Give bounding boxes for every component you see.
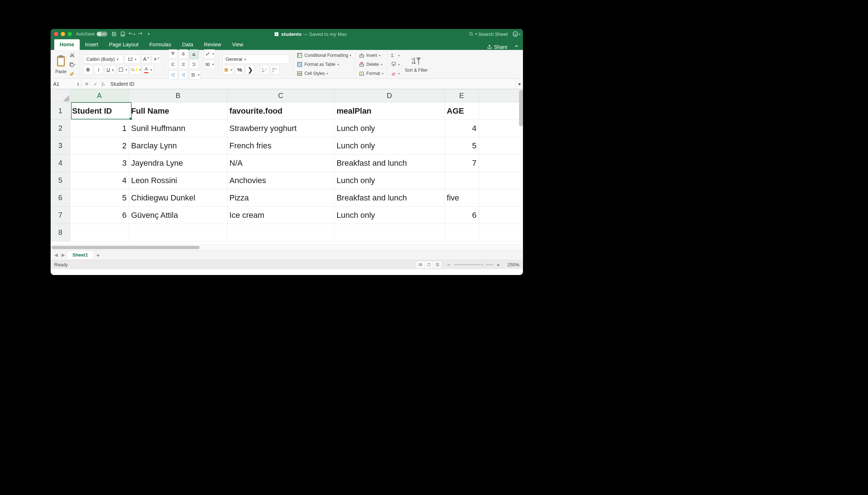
- undo-button[interactable]: ▾: [128, 31, 135, 37]
- cell-C4[interactable]: N/A: [227, 154, 334, 172]
- row-head-6[interactable]: 6: [51, 189, 70, 206]
- col-head-C[interactable]: C: [227, 89, 334, 102]
- merge-cells-button[interactable]: [204, 60, 215, 69]
- accept-formula-button[interactable]: ✓: [93, 81, 98, 87]
- percent-format-button[interactable]: %: [235, 65, 244, 74]
- share-button[interactable]: Share: [485, 44, 510, 50]
- ribbon-tab-review[interactable]: Review: [199, 39, 227, 50]
- view-page-layout-button[interactable]: [425, 261, 433, 268]
- font-name-combo[interactable]: Calibri (Body): [84, 55, 123, 64]
- paste-button[interactable]: Paste: [55, 55, 67, 74]
- format-painter-button[interactable]: [68, 70, 76, 78]
- cell-E6[interactable]: five: [444, 189, 479, 206]
- cell-E1[interactable]: AGE: [444, 102, 479, 119]
- cell-D4[interactable]: Breakfast and lunch: [334, 154, 444, 172]
- increase-indent-button[interactable]: [179, 70, 188, 79]
- feedback-button[interactable]: ▾: [513, 31, 520, 37]
- align-left-button[interactable]: [169, 60, 178, 69]
- align-top-button[interactable]: [169, 49, 178, 58]
- cell-D2[interactable]: Lunch only: [334, 119, 444, 137]
- decrease-decimal-button[interactable]: .00.0: [271, 65, 280, 74]
- font-color-button[interactable]: A: [142, 65, 154, 74]
- row-head-4[interactable]: 4: [51, 154, 70, 172]
- cell-E8[interactable]: [444, 224, 479, 241]
- col-head-A[interactable]: A: [70, 89, 129, 102]
- ribbon-tab-view[interactable]: View: [227, 39, 249, 50]
- col-head-E[interactable]: E: [444, 89, 479, 102]
- zoom-slider[interactable]: [454, 264, 493, 265]
- font-size-combo[interactable]: 12: [125, 55, 140, 64]
- cell-B3[interactable]: Barclay Lynn: [129, 137, 227, 154]
- insert-cells-button[interactable]: Insert ▾: [359, 51, 383, 59]
- cell-C2[interactable]: Strawberry yoghurt: [227, 119, 334, 137]
- align-center-button[interactable]: [179, 60, 188, 69]
- cell-B2[interactable]: Sunil Huffmann: [129, 119, 227, 137]
- fill-button[interactable]: ▾: [391, 60, 400, 68]
- cell-D8[interactable]: [334, 224, 444, 241]
- grow-font-button[interactable]: A▴: [141, 55, 150, 64]
- cell-D1[interactable]: mealPlan: [334, 102, 444, 119]
- horizontal-scroll-thumb[interactable]: [51, 246, 200, 249]
- cell-E3[interactable]: 5: [444, 137, 479, 154]
- cell-E5[interactable]: [444, 172, 479, 189]
- borders-button[interactable]: [117, 65, 128, 74]
- align-right-button[interactable]: [190, 60, 199, 69]
- view-page-break-button[interactable]: [433, 261, 442, 268]
- cell-D7[interactable]: Lunch only: [334, 206, 444, 224]
- vertical-scrollbar[interactable]: [519, 90, 523, 126]
- cell-A5[interactable]: 4: [70, 172, 129, 189]
- clear-button[interactable]: ▾: [391, 69, 400, 77]
- fill-color-button[interactable]: [130, 65, 141, 74]
- name-box[interactable]: A1 ▲▼: [51, 79, 81, 89]
- cell-E4[interactable]: 7: [444, 154, 479, 172]
- cell-A6[interactable]: 5: [70, 189, 129, 206]
- cell-blank-4[interactable]: [479, 154, 523, 172]
- ribbon-tab-page-layout[interactable]: Page Layout: [104, 39, 144, 50]
- worksheet-area[interactable]: ABCDE1Student IDFull Namefavourite.foodm…: [51, 89, 523, 245]
- cell-B8[interactable]: [129, 224, 227, 241]
- row-head-2[interactable]: 2: [51, 119, 70, 137]
- ribbon-tab-home[interactable]: Home: [54, 39, 80, 50]
- cell-blank-1[interactable]: [479, 102, 523, 119]
- cell-E2[interactable]: 4: [444, 119, 479, 137]
- number-format-combo[interactable]: General: [222, 55, 289, 64]
- cell-blank-2[interactable]: [479, 119, 523, 137]
- cell-B5[interactable]: Leon Rossini: [129, 172, 227, 189]
- cell-C5[interactable]: Anchovies: [227, 172, 334, 189]
- accounting-format-button[interactable]: [222, 65, 234, 74]
- cell-B1[interactable]: Full Name: [129, 102, 227, 119]
- row-head-8[interactable]: 8: [51, 224, 70, 241]
- cell-C1[interactable]: favourite.food: [227, 102, 334, 119]
- select-all-corner[interactable]: [51, 89, 70, 102]
- grid[interactable]: ABCDE1Student IDFull Namefavourite.foodm…: [51, 89, 523, 241]
- row-head-3[interactable]: 3: [51, 137, 70, 154]
- cell-C3[interactable]: French fries: [227, 137, 334, 154]
- print-button[interactable]: [120, 31, 126, 37]
- orientation-button[interactable]: ab: [204, 49, 215, 58]
- decrease-indent-button[interactable]: [169, 70, 178, 79]
- col-head-B[interactable]: B: [129, 89, 227, 102]
- cell-D3[interactable]: Lunch only: [334, 137, 444, 154]
- sheet-nav-next[interactable]: ▶: [60, 252, 67, 258]
- search-box[interactable]: ▾ Search Sheet: [469, 31, 508, 37]
- autosum-button[interactable]: Σ ▾: [391, 51, 400, 59]
- cut-button[interactable]: [68, 51, 76, 59]
- cell-A8[interactable]: [70, 224, 129, 241]
- cell-blank-5[interactable]: [479, 172, 523, 189]
- ribbon-tab-formulas[interactable]: Formulas: [144, 39, 176, 50]
- shrink-font-button[interactable]: A▾: [152, 55, 161, 64]
- cell-A4[interactable]: 3: [70, 154, 129, 172]
- cell-C6[interactable]: Pizza: [227, 189, 334, 206]
- ribbon-tab-insert[interactable]: Insert: [80, 39, 103, 50]
- save-button[interactable]: [111, 31, 117, 37]
- sheet-nav-prev[interactable]: ◀: [53, 252, 59, 258]
- view-normal-button[interactable]: [416, 261, 425, 268]
- format-as-table-button[interactable]: Format as Table ▾: [297, 60, 352, 68]
- delete-cells-button[interactable]: Delete ▾: [359, 60, 383, 68]
- zoom-in-button[interactable]: +: [497, 262, 500, 268]
- horizontal-scrollbar[interactable]: [51, 245, 523, 250]
- format-cells-button[interactable]: Format ▾: [359, 69, 383, 77]
- bold-button[interactable]: B: [84, 65, 93, 74]
- copy-button[interactable]: ▾: [68, 60, 76, 68]
- zoom-out-button[interactable]: −: [447, 262, 450, 268]
